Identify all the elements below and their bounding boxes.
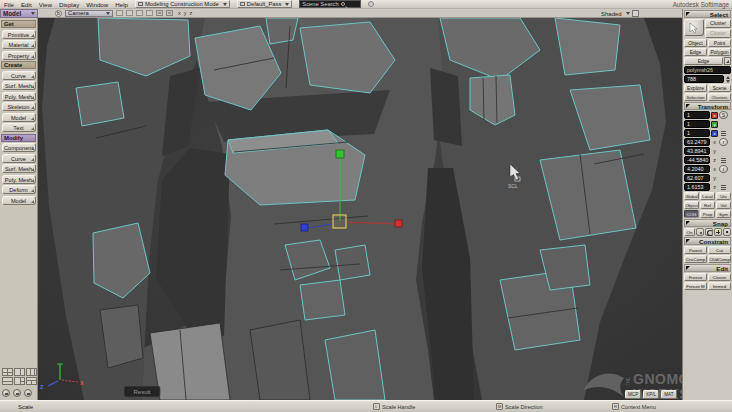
mode-uni-button[interactable]: Uni — [716, 192, 731, 200]
selection-count-field[interactable]: 788 — [684, 75, 724, 83]
scale-z-axis-chip[interactable]: z — [711, 130, 718, 137]
spinner-icon[interactable] — [721, 185, 726, 190]
select-section-header[interactable]: Select — [684, 10, 731, 18]
translate-y-field[interactable]: 62.607 — [684, 174, 710, 182]
orbit-tool-icon[interactable] — [2, 389, 10, 397]
layout-preset-icon[interactable] — [26, 368, 37, 376]
mat-toggle-button[interactable]: MAT — [661, 390, 676, 399]
mode-vol-button[interactable]: Vol — [716, 201, 731, 209]
pass-dropdown[interactable]: Default_Pass — [237, 0, 292, 8]
transform-section-header[interactable]: Transform — [684, 102, 731, 110]
camera-icon[interactable] — [156, 10, 163, 16]
constrain-cut-button[interactable]: Cut — [708, 246, 731, 254]
memo-cam-2[interactable] — [126, 10, 133, 16]
scale-handle-x[interactable] — [395, 220, 402, 227]
axis-y-toggle[interactable]: y — [184, 10, 187, 16]
selection-button[interactable]: Selection — [684, 93, 707, 101]
layout-preset-icon[interactable] — [14, 377, 25, 385]
scene-search-input[interactable]: Scene Search — [299, 0, 361, 8]
edit-freeze-m-button[interactable]: Freeze M — [684, 282, 707, 290]
selection-filter-dropdown[interactable]: Edge — [684, 57, 723, 65]
filter-object-button[interactable]: Object — [684, 39, 707, 47]
construction-mode-dropdown[interactable]: Modeling Construction Mode — [135, 0, 230, 8]
display-mode-dropdown[interactable]: Shaded — [601, 10, 639, 17]
create-text-button[interactable]: Text — [2, 123, 36, 132]
scale-x-field[interactable]: 1 — [684, 111, 710, 119]
constrain-chldcomp-button[interactable]: ChldComp — [708, 255, 731, 263]
selected-object-name-field[interactable]: polymsh26 — [684, 66, 731, 74]
scale-y-axis-chip[interactable]: y — [711, 121, 718, 128]
toolbar-mode-dropdown[interactable]: Model — [0, 9, 38, 18]
edit-cluster-button[interactable]: Cluster — [708, 273, 731, 281]
cluster-button[interactable]: Cluster — [705, 19, 731, 28]
modify-deform-button[interactable]: Deform — [2, 185, 36, 194]
get-material-button[interactable]: Material — [2, 40, 36, 49]
scale-x-axis-chip[interactable]: x — [711, 112, 718, 119]
snap-curve-icon[interactable] — [705, 228, 713, 236]
mode-prop-button[interactable]: Prop — [700, 210, 715, 218]
constrain-parent-button[interactable]: Parent — [684, 246, 707, 254]
snap-section-header[interactable]: Snap — [684, 219, 731, 227]
filter-flyout-icon[interactable] — [724, 57, 731, 65]
modify-poly-mesh-button[interactable]: Poly. Mesh — [2, 175, 36, 184]
filter-polygon-button[interactable]: Polygon — [708, 48, 731, 56]
mode-local-button[interactable]: Local — [700, 192, 715, 200]
mcp-toggle-button[interactable]: MCP — [625, 390, 641, 399]
translate-x-field[interactable]: 4.2040 — [684, 165, 710, 173]
viewport-3d[interactable]: SCL X Z Result THE GNOMON WORKSHOP — [38, 18, 682, 400]
result-mode-button[interactable]: Result — [124, 386, 160, 397]
scale-handle-y[interactable] — [336, 150, 344, 158]
constrain-section-header[interactable]: Constrain — [684, 237, 731, 245]
translate-tool-button[interactable]: t — [719, 165, 728, 173]
scale-tool-button[interactable]: S — [719, 111, 728, 119]
axis-x-toggle[interactable]: x — [178, 10, 181, 16]
menu-help[interactable]: Help — [115, 1, 128, 8]
create-model-button[interactable]: Model — [2, 113, 36, 122]
spinner-icon[interactable] — [721, 131, 726, 136]
spinner-icon[interactable] — [721, 158, 726, 163]
scale-handle-center[interactable] — [333, 215, 346, 228]
scale-z-field[interactable]: 1 — [684, 129, 710, 137]
viewport-letter-badge[interactable]: b — [55, 10, 62, 17]
scale-handle-z[interactable] — [301, 224, 308, 231]
count-spinner[interactable] — [725, 75, 731, 83]
layout-preset-icon[interactable] — [26, 377, 37, 385]
modify-surf-mesh-button[interactable]: Surf. Mesh — [2, 164, 36, 173]
menu-file[interactable]: File — [4, 1, 14, 8]
scene-button[interactable]: Scene — [708, 84, 731, 92]
display-options-icon[interactable] — [632, 10, 639, 17]
mode-sym-button[interactable]: Sym — [716, 210, 731, 218]
edit-immed-button[interactable]: Immed — [708, 282, 731, 290]
mode-ref-button[interactable]: Ref — [700, 201, 715, 209]
menu-window[interactable]: Window — [86, 1, 108, 8]
get-property-button[interactable]: Property — [2, 51, 36, 60]
layout-preset-icon[interactable] — [14, 368, 25, 376]
layout-preset-icon[interactable] — [2, 377, 13, 385]
memo-cam-4[interactable] — [146, 10, 153, 16]
translate-z-field[interactable]: 1.6153 — [684, 183, 710, 191]
snap-on-toggle[interactable]: On — [684, 228, 695, 236]
search-options-button[interactable] — [368, 1, 374, 7]
snap-facet-icon[interactable] — [723, 228, 731, 236]
filter-point-button[interactable]: Point — [708, 39, 731, 47]
modify-model-button[interactable]: Model — [2, 196, 36, 205]
memo-cam-1[interactable] — [116, 10, 123, 16]
create-curve-button[interactable]: Curve — [2, 71, 36, 80]
filter-edge-button[interactable]: Edge — [684, 48, 707, 56]
modify-curve-button[interactable]: Curve — [2, 154, 36, 163]
mode-object-button[interactable]: Object — [684, 201, 699, 209]
edit-freeze-button[interactable]: Freeze — [684, 273, 707, 281]
modify-component-button[interactable]: Component — [2, 143, 36, 152]
explore-button[interactable]: Explore — [684, 84, 707, 92]
snap-point-icon[interactable] — [696, 228, 704, 236]
rotate-x-field[interactable]: 63.2479 — [684, 138, 710, 146]
select-tool-button[interactable] — [684, 19, 704, 36]
kpl-toggle-button[interactable]: KP/L — [643, 390, 659, 399]
dolly-tool-icon[interactable] — [24, 389, 32, 397]
menu-edit[interactable]: Edit — [21, 1, 32, 8]
pan-tool-icon[interactable] — [13, 389, 21, 397]
visibility-icon[interactable] — [166, 10, 173, 16]
memo-cam-3[interactable] — [136, 10, 143, 16]
menu-view[interactable]: View — [39, 1, 52, 8]
rotate-y-field[interactable]: 43.8941 — [684, 147, 710, 155]
